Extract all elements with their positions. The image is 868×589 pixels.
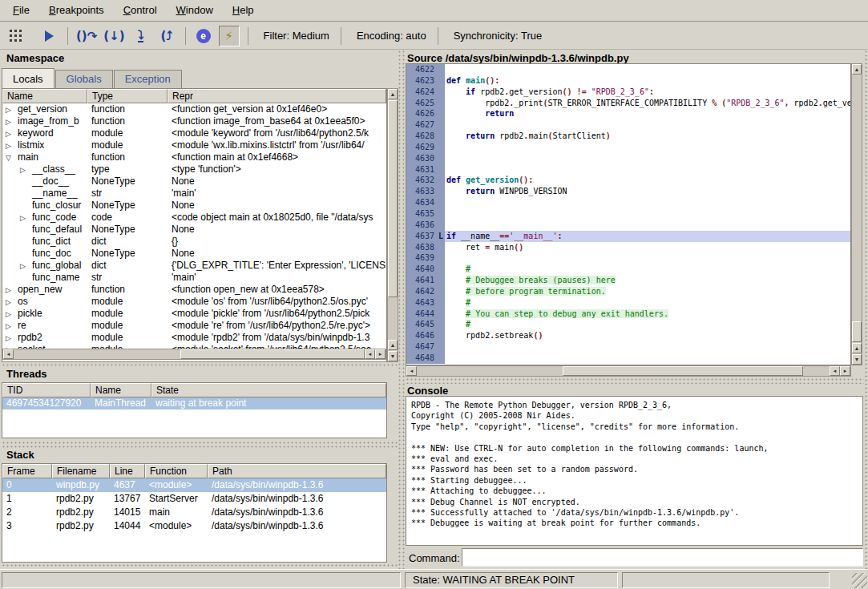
column-header-repr[interactable]: Repr xyxy=(168,89,386,103)
line-number[interactable]: 4639 xyxy=(406,252,438,264)
vertical-splitter[interactable] xyxy=(398,50,406,569)
namespace-row[interactable]: ▷get_versionfunction<function get_versio… xyxy=(2,103,386,115)
source-line[interactable]: 4640 # xyxy=(406,264,850,275)
line-number[interactable]: 4630 xyxy=(406,153,438,164)
source-console-splitter[interactable] xyxy=(406,377,864,384)
expand-arrow-icon[interactable]: ▷ xyxy=(6,333,18,344)
namespace-row[interactable]: ▷keywordmodule<module 'keyword' from '/u… xyxy=(2,127,386,139)
column-header-frame[interactable]: Frame xyxy=(2,464,52,478)
tab-globals[interactable]: Globals xyxy=(55,70,113,88)
source-line[interactable]: 4645 # xyxy=(406,319,850,330)
scroll-left-button[interactable]: ◂ xyxy=(830,366,840,376)
namespace-row[interactable]: func_closurNoneTypeNone xyxy=(2,200,386,212)
source-line[interactable]: 4647 xyxy=(406,341,850,353)
scroll-left-button[interactable]: ◂ xyxy=(3,349,14,359)
line-number[interactable]: 4642 xyxy=(406,286,438,297)
scrollbar-thumb[interactable] xyxy=(563,366,803,376)
line-number[interactable]: 4633 xyxy=(406,186,438,197)
source-line[interactable]: 4634 xyxy=(406,197,850,208)
source-line[interactable]: 4632def get_version(): xyxy=(406,175,850,186)
line-number[interactable]: 4646 xyxy=(406,330,438,341)
tab-exception[interactable]: Exception xyxy=(114,70,182,88)
source-line[interactable]: 4628 return rpdb2.main(StartClient) xyxy=(406,131,850,142)
scroll-left-button[interactable]: ◂ xyxy=(406,366,417,376)
source-line[interactable]: 4641 # Debuggee breaks (pauses) here xyxy=(406,275,850,286)
namespace-row[interactable]: func_defaulNoneTypeNone xyxy=(2,224,386,236)
column-header-name[interactable]: Name xyxy=(2,89,87,103)
line-number[interactable]: 4628 xyxy=(406,131,438,142)
column-header-line[interactable]: Line xyxy=(110,464,145,478)
source-line[interactable]: 4636 xyxy=(406,220,850,231)
namespace-row[interactable]: ▷func_globaldict{'DLG_EXPR_TITLE': 'Ente… xyxy=(2,260,386,272)
namespace-row[interactable]: ▷osmodule<module 'os' from '/usr/lib64/p… xyxy=(2,296,386,308)
scrollbar-thumb[interactable] xyxy=(180,349,365,359)
source-line[interactable]: 4639 xyxy=(406,252,850,264)
expand-arrow-icon[interactable]: ▷ xyxy=(6,116,18,127)
line-number[interactable]: 4636 xyxy=(406,220,438,231)
source-line[interactable]: 4630 xyxy=(406,153,850,164)
line-number[interactable]: 4644 xyxy=(406,309,438,320)
menu-item-breakpoints[interactable]: Breakpoints xyxy=(39,0,114,21)
scrollbar-thumb[interactable] xyxy=(852,321,862,342)
source-line[interactable]: 4625 rpdb2._print(STR_ERROR_INTERFACE_CO… xyxy=(406,98,850,109)
menu-item-control[interactable]: Control xyxy=(114,0,167,21)
column-header-filename[interactable]: Filename xyxy=(52,464,110,478)
source-line[interactable]: 4648 xyxy=(406,353,850,364)
line-number[interactable]: 4635 xyxy=(406,208,438,220)
namespace-row[interactable]: ▷listmixmodule<module 'wx.lib.mixins.lis… xyxy=(2,139,386,151)
line-number[interactable]: 4640 xyxy=(406,264,438,275)
source-line[interactable]: 4643 # xyxy=(406,297,850,309)
source-line[interactable]: 4622 xyxy=(406,64,850,75)
namespace-row[interactable]: func_namestr'main' xyxy=(2,272,386,284)
scroll-left-button[interactable]: ◂ xyxy=(365,349,375,359)
namespace-row[interactable]: ▷image_from_bfunction<function image_fro… xyxy=(2,115,386,127)
thread-row[interactable]: 46974534127920MainThreadwaiting at break… xyxy=(2,397,386,409)
namespace-horizontal-scrollbar[interactable]: ◂ ◂ ▸ xyxy=(2,349,386,360)
column-header-function[interactable]: Function xyxy=(145,464,208,478)
source-line[interactable]: 4624 if rpdb2.get_version() != "RPDB_2_3… xyxy=(406,87,850,98)
step-over-button[interactable]: ()↷ xyxy=(75,26,98,46)
encoding-toggle-button[interactable]: e xyxy=(193,26,214,46)
source-line[interactable]: 4633 return WINPDB_VERSION xyxy=(406,186,850,197)
source-line[interactable]: 4637Lif __name__=='__main__': xyxy=(406,231,850,242)
expand-arrow-icon[interactable]: ▷ xyxy=(20,164,32,175)
scroll-right-button[interactable]: ▸ xyxy=(840,366,850,376)
command-input[interactable] xyxy=(462,548,863,567)
resize-grip-icon[interactable] xyxy=(852,573,867,588)
source-line[interactable]: 4646 rpdb2.setbreak() xyxy=(406,330,850,341)
namespace-vertical-scrollbar[interactable]: ▲ ▲ ▼ xyxy=(387,88,398,362)
source-line[interactable]: 4627 xyxy=(406,119,850,131)
scrollbar-thumb[interactable] xyxy=(388,100,398,297)
column-header-state[interactable]: State xyxy=(151,383,386,397)
menu-item-window[interactable]: Window xyxy=(167,0,223,21)
line-number[interactable]: 4648 xyxy=(406,353,438,364)
break-button[interactable] xyxy=(6,26,27,46)
namespace-row[interactable]: ▷picklemodule<module 'pickle' from '/usr… xyxy=(2,308,386,320)
namespace-row[interactable]: ▷__class__type<type 'function'> xyxy=(2,163,386,175)
namespace-row[interactable]: ▷open_newfunction<function open_new at 0… xyxy=(2,284,386,296)
stack-frame-row[interactable]: 3rpdb2.py14044<module>/data/sys/bin/winp… xyxy=(2,519,386,533)
stack-frame-row[interactable]: 0winpdb.py4637<module>/data/sys/bin/winp… xyxy=(2,478,386,492)
line-number[interactable]: 4629 xyxy=(406,142,438,153)
return-button[interactable]: ⤵ xyxy=(131,26,151,46)
namespace-row[interactable]: __doc__NoneTypeNone xyxy=(2,175,386,188)
scroll-right-button[interactable]: ▸ xyxy=(375,349,386,359)
line-number[interactable]: 4623 xyxy=(406,75,438,87)
expand-arrow-icon[interactable]: ▷ xyxy=(6,140,18,151)
line-number[interactable]: 4624 xyxy=(406,87,438,98)
source-line[interactable]: 4635 xyxy=(406,208,850,220)
line-number[interactable]: 4627 xyxy=(406,119,438,131)
namespace-row[interactable]: func_dictdict{} xyxy=(2,236,386,248)
menu-item-help[interactable]: Help xyxy=(223,0,264,21)
line-number[interactable]: 4637 xyxy=(406,231,438,242)
threads-stack-splitter[interactable] xyxy=(2,441,398,448)
step-into-button[interactable]: (↓) xyxy=(103,26,125,46)
expand-arrow-icon[interactable]: ▷ xyxy=(6,104,18,115)
scroll-up-button[interactable]: ▲ xyxy=(852,343,862,353)
line-number[interactable]: 4647 xyxy=(406,341,438,353)
expand-arrow-icon[interactable]: ▷ xyxy=(20,212,32,224)
column-header-type[interactable]: Type xyxy=(87,89,168,103)
scroll-up-button[interactable]: ▲ xyxy=(852,64,862,75)
expand-arrow-icon[interactable]: ▷ xyxy=(6,128,18,139)
source-line[interactable]: 4629 xyxy=(406,142,850,153)
